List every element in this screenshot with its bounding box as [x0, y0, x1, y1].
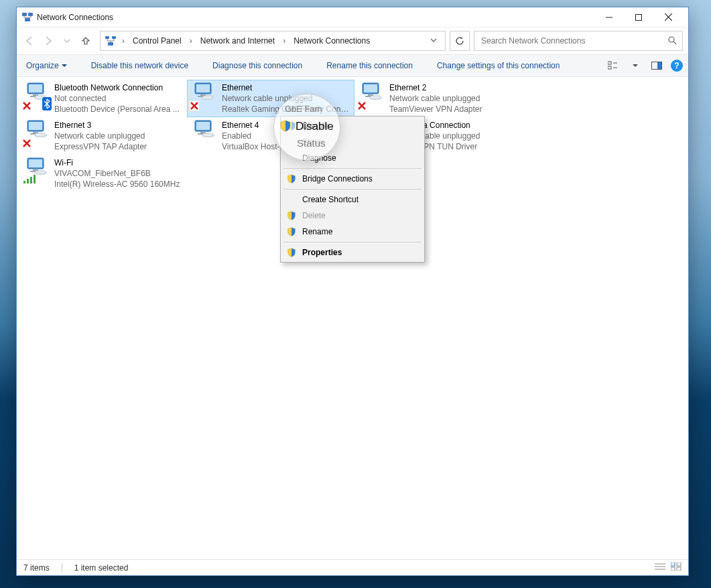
menu-item-label: Rename	[302, 227, 332, 236]
shield-icon	[286, 121, 297, 131]
connection-device: Realtek Gaming GbE Family Contr...	[222, 104, 350, 115]
shield-icon	[286, 210, 297, 221]
svg-rect-51	[196, 122, 210, 130]
connection-device: TeamViewer VPN Adapter	[389, 104, 518, 115]
view-dropdown[interactable]	[628, 58, 643, 73]
search-box[interactable]	[474, 31, 683, 51]
connection-device: Intel(R) Wireless-AC 9560 160MHz	[54, 179, 183, 190]
close-button[interactable]	[653, 8, 683, 27]
forward-button[interactable]	[41, 33, 56, 48]
menu-item-bridge-connections[interactable]: Bridge Connections	[282, 171, 423, 187]
item-count: 7 items	[23, 563, 50, 573]
address-dropdown[interactable]	[426, 36, 441, 46]
connection-item[interactable]: Ethernet 3Network cable unpluggedExpress…	[19, 117, 187, 155]
svg-rect-9	[108, 42, 113, 46]
refresh-button[interactable]	[450, 31, 470, 51]
address-bar[interactable]: › Control Panel › Network and Internet ›…	[100, 31, 446, 51]
breadcrumb-item[interactable]: Network Connections	[291, 35, 373, 47]
status-bar: 7 items 1 item selected	[17, 559, 688, 575]
titlebar: Network Connections	[17, 7, 688, 27]
connection-text: Ethernet 2Network cable unpluggedTeamVie…	[389, 82, 518, 115]
disconnected-icon	[190, 101, 199, 111]
maximize-button[interactable]	[624, 8, 653, 27]
menu-separator	[283, 242, 422, 242]
menu-separator	[283, 189, 422, 190]
connection-text: EthernetNetwork cable unpluggedRealtek G…	[222, 82, 350, 115]
adapter-icon	[191, 82, 218, 109]
connection-name: Ethernet 3	[54, 120, 183, 131]
chevron-right-icon: ›	[188, 36, 194, 46]
chevron-right-icon: ›	[121, 36, 126, 46]
connection-device: Bluetooth Device (Personal Area ...	[54, 104, 183, 115]
up-button[interactable]	[78, 33, 93, 48]
recent-dropdown[interactable]	[60, 33, 74, 48]
connection-text: Ethernet 3Network cable unpluggedExpress…	[54, 120, 183, 152]
svg-rect-65	[29, 159, 42, 167]
nav-buttons	[22, 33, 93, 48]
minimize-button[interactable]	[594, 8, 624, 27]
search-input[interactable]	[480, 35, 667, 46]
menu-item-create-shortcut[interactable]: Create Shortcut	[282, 192, 423, 208]
search-icon[interactable]	[667, 35, 677, 47]
adapter-icon	[23, 82, 50, 109]
svg-rect-70	[23, 181, 25, 183]
connection-item[interactable]: EthernetNetwork cable unpluggedRealtek G…	[187, 80, 354, 117]
chevron-right-icon: ›	[281, 36, 287, 46]
connection-name: Bluetooth Network Connection	[54, 82, 183, 93]
connection-status: Network cable unplugged	[222, 93, 350, 104]
connection-text: Wi-FiVIVACOM_FiberNet_BF6BIntel(R) Wirel…	[54, 157, 183, 190]
menu-item-label: Create Shortcut	[302, 195, 359, 204]
cmd-rename[interactable]: Rename this connection	[322, 58, 417, 73]
svg-rect-80	[677, 567, 681, 571]
connection-text: Bluetooth Network ConnectionNot connecte…	[54, 82, 183, 115]
breadcrumb-item[interactable]: Network and Internet	[198, 35, 277, 47]
svg-rect-7	[105, 36, 109, 39]
svg-rect-12	[608, 62, 611, 64]
view-options-button[interactable]	[606, 58, 621, 73]
window-buttons	[594, 8, 683, 27]
organize-menu[interactable]: Organize	[22, 58, 71, 73]
connection-device: ExpressVPN TAP Adapter	[54, 141, 183, 152]
cmd-diagnose[interactable]: Diagnose this connection	[208, 58, 306, 73]
svg-rect-77	[671, 563, 675, 566]
connection-item[interactable]: Bluetooth Network ConnectionNot connecte…	[19, 80, 187, 117]
menu-item-diagnose[interactable]: Diagnose	[282, 150, 423, 166]
menu-item-properties[interactable]: Properties	[282, 244, 423, 261]
network-connections-window: Network Connections › Control Panel › Ne…	[16, 7, 689, 576]
svg-rect-17	[657, 62, 661, 69]
address-icon	[105, 35, 117, 47]
svg-rect-43	[29, 122, 42, 130]
details-view-icon[interactable]	[655, 563, 665, 573]
svg-point-10	[669, 37, 674, 42]
svg-rect-8	[112, 36, 116, 39]
svg-rect-79	[671, 567, 675, 571]
menu-item-label: Disable	[302, 121, 329, 131]
menu-item-label: Diagnose	[302, 153, 336, 163]
selection-count: 1 item selected	[74, 563, 129, 573]
window-icon	[22, 12, 33, 23]
svg-rect-73	[34, 175, 36, 183]
menu-item-status: Status	[282, 134, 423, 150]
connection-item[interactable]: Ethernet 2Network cable unpluggedTeamVie…	[354, 80, 522, 117]
connection-name: Wi-Fi	[54, 157, 183, 168]
connection-name: Ethernet	[222, 82, 350, 93]
disconnected-icon	[357, 101, 367, 111]
menu-item-disable[interactable]: Disable	[282, 118, 423, 134]
disconnected-icon	[22, 101, 31, 111]
help-button[interactable]: ?	[671, 60, 683, 72]
shield-icon	[286, 247, 297, 258]
connection-item[interactable]: Wi-FiVIVACOM_FiberNet_BF6BIntel(R) Wirel…	[19, 155, 187, 192]
bluetooth-icon	[42, 97, 52, 111]
large-icons-view-icon[interactable]	[671, 563, 682, 573]
preview-pane-button[interactable]	[649, 58, 664, 73]
back-button[interactable]	[22, 33, 37, 48]
shield-icon	[286, 173, 297, 184]
svg-rect-1	[28, 13, 33, 16]
command-bar: Organize Disable this network device Dia…	[17, 54, 688, 77]
cmd-disable[interactable]: Disable this network device	[87, 58, 192, 73]
menu-item-rename[interactable]: Rename	[282, 224, 423, 240]
menu-item-label: Properties	[302, 248, 342, 257]
cmd-change-settings[interactable]: Change settings of this connection	[433, 58, 564, 73]
svg-line-11	[673, 42, 676, 44]
breadcrumb-item[interactable]: Control Panel	[130, 35, 184, 47]
